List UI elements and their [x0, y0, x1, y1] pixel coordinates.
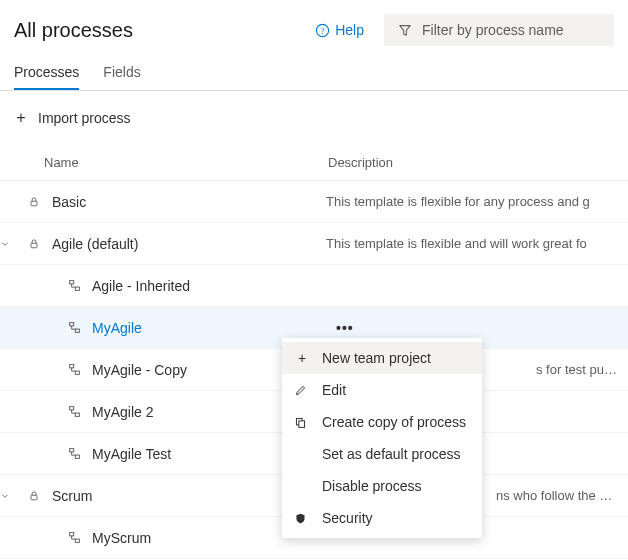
process-name: MyAgile [86, 320, 336, 336]
svg-rect-16 [75, 539, 79, 542]
filter-box[interactable] [384, 14, 614, 46]
inherited-icon [68, 279, 86, 292]
svg-rect-6 [70, 323, 74, 326]
svg-rect-4 [70, 281, 74, 284]
svg-rect-5 [75, 287, 79, 290]
copy-icon [294, 416, 310, 429]
tab-bar: Processes Fields [0, 54, 628, 91]
menu-label: Edit [322, 382, 346, 398]
svg-rect-3 [31, 243, 37, 248]
svg-rect-9 [75, 371, 79, 374]
menu-label: Create copy of process [322, 414, 466, 430]
svg-rect-7 [75, 329, 79, 332]
plus-icon: + [294, 350, 310, 366]
column-header-name[interactable]: Name [44, 155, 328, 170]
table-row[interactable]: Basic This template is flexible for any … [0, 181, 628, 223]
svg-rect-11 [75, 413, 79, 416]
chevron-down-icon[interactable] [0, 239, 28, 249]
inherited-icon [68, 321, 86, 334]
filter-input[interactable] [422, 22, 600, 38]
help-link[interactable]: ? Help [315, 22, 364, 38]
svg-rect-10 [70, 407, 74, 410]
edit-icon [294, 384, 310, 397]
menu-label: Set as default process [322, 446, 461, 462]
chevron-down-icon[interactable] [0, 491, 28, 501]
inherited-icon [68, 531, 86, 544]
import-process-label: Import process [38, 110, 131, 126]
process-desc: This template is flexible and will work … [326, 236, 628, 251]
menu-label: Disable process [322, 478, 422, 494]
table-header: Name Description [0, 145, 628, 181]
process-name: Scrum [46, 488, 296, 504]
svg-rect-15 [70, 533, 74, 536]
tab-processes[interactable]: Processes [14, 54, 79, 90]
lock-icon [28, 490, 46, 502]
menu-set-default[interactable]: Set as default process [282, 438, 482, 470]
svg-rect-18 [299, 420, 305, 427]
svg-rect-14 [31, 495, 37, 500]
menu-security[interactable]: Security [282, 502, 482, 534]
more-actions-button[interactable]: ••• [336, 320, 366, 336]
svg-rect-12 [70, 449, 74, 452]
lock-icon [28, 238, 46, 250]
menu-label: Security [322, 510, 373, 526]
table-row[interactable]: Agile - Inherited [0, 265, 628, 307]
process-desc: This template is flexible for any proces… [326, 194, 628, 209]
svg-rect-13 [75, 455, 79, 458]
svg-rect-2 [31, 201, 37, 206]
help-label: Help [335, 22, 364, 38]
import-process-button[interactable]: + Import process [0, 91, 628, 145]
plus-icon: + [14, 109, 28, 127]
lock-icon [28, 196, 46, 208]
page-title: All processes [14, 19, 315, 42]
process-name: Agile - Inherited [86, 278, 336, 294]
svg-text:?: ? [321, 25, 325, 35]
process-name: Basic [46, 194, 296, 210]
inherited-icon [68, 447, 86, 460]
menu-new-team-project[interactable]: + New team project [282, 342, 482, 374]
filter-icon [398, 23, 412, 37]
help-icon: ? [315, 23, 330, 38]
inherited-icon [68, 405, 86, 418]
page-header: All processes ? Help [0, 0, 628, 46]
inherited-icon [68, 363, 86, 376]
table-row[interactable]: Agile (default) This template is flexibl… [0, 223, 628, 265]
shield-icon [294, 512, 310, 525]
column-header-description[interactable]: Description [328, 155, 614, 170]
menu-label: New team project [322, 350, 431, 366]
menu-create-copy[interactable]: Create copy of process [282, 406, 482, 438]
context-menu: + New team project Edit Create copy of p… [282, 338, 482, 538]
menu-edit[interactable]: Edit [282, 374, 482, 406]
menu-disable[interactable]: Disable process [282, 470, 482, 502]
svg-rect-8 [70, 365, 74, 368]
process-name: Agile (default) [46, 236, 296, 252]
tab-fields[interactable]: Fields [103, 54, 140, 90]
